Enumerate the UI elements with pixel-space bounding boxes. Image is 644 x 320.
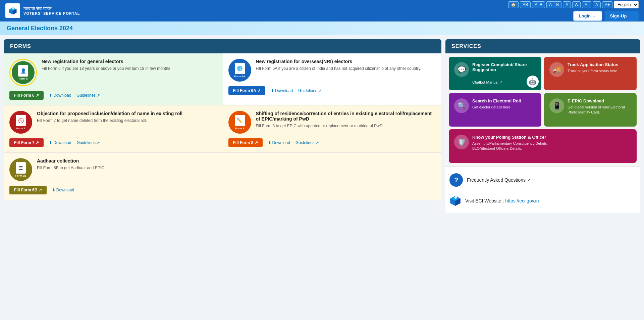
download-form6-button[interactable]: ⬇ Download [49,93,71,98]
form8-card-top: ✏️ Form 8 Shifting of residence/correcti… [228,111,436,134]
header-left: 🗳️ मतदाता सेवा पोर्टल VOTERS' SERVICE PO… [5,3,80,18]
form7-actions: Fill Form 7 ↗ ⬇ Download Guidelines ↗ [9,138,217,147]
fill-form6-button[interactable]: Fill Form 6 ↗ [9,91,44,100]
download-form6a-button[interactable]: ⬇ Download [271,88,293,93]
form7-icon-label: Form 7 [16,127,25,130]
track-desc: Track all your form status here. [568,68,631,74]
polling-title: Know your Polling Station & Officer [472,135,631,140]
header-right: 🏠 AB A_B A__B A A A- A A+ English हिन्दी… [508,1,639,21]
fill-form6b-button[interactable]: Fill Form 6B ↗ [9,186,47,194]
epic-icon: 📱 [549,98,564,113]
download-form8-button[interactable]: ⬇ Download [268,140,290,145]
epic-title: E-EPIC Download [568,98,631,103]
services-section: SERVICES 💬 Register Complaint/ Share Sug… [445,39,640,213]
form8-icon: ✏️ Form 8 [228,111,251,134]
form8-actions: Fill Form 8 ↗ ⬇ Download Guidelines ↗ [228,138,436,147]
form6a-title: New registration for overseas(NRI) elect… [256,59,436,64]
election-banner: General Elections 2024 [0,21,644,35]
form6b-info: Aadhaar collection Fill Form 6B to get A… [37,158,436,171]
form7-desc: Fill Form 7 to get name deleted from the… [37,118,217,124]
logo-icon: 🗳️ [5,3,20,18]
service-epic-download[interactable]: 📱 E-EPIC Download Get digital version of… [544,93,637,127]
form6-card: 👤 Form 6 New registration for general el… [4,53,223,105]
download-form7-button[interactable]: ⬇ Download [49,140,71,145]
title-hindi: मतदाता सेवा पोर्टल [23,6,80,11]
accessibility-bar: 🏠 AB A_B A__B A A A- A A+ English हिन्दी [508,1,639,8]
form6a-desc: Fill Form 6A if you are a citizen of Ind… [256,65,436,72]
faq-section: ? Frequently Asked Questions ↗ 🗳️ Visit … [445,166,640,213]
epic-text: E-EPIC Download Get digital version of y… [568,98,631,115]
service-register-complaint[interactable]: 💬 Register Complaint/ Share Suggestion C… [449,57,541,90]
font-a-btn[interactable]: A [563,1,571,8]
form6b-doc-icon: ☰ [16,162,26,174]
form6b-title: Aadhaar collection [37,158,436,164]
polling-desc2: BLO/Electoral Officers Details. [472,146,631,151]
signup-button[interactable]: Sign-Up 👤 [605,11,639,21]
form6-icon-circle: 👤 Form 6 [12,61,35,84]
forms-section: FORMS 👤 Form 6 New registration for [4,39,441,200]
service-polling-station[interactable]: 🛡️ Know your Polling Station & Officer A… [449,129,637,163]
fill-form7-button[interactable]: Fill Form 7 ↗ [9,138,44,147]
form8-desc: Fill Form 8 to get EPIC with updated or … [256,123,436,129]
form6a-doc-icon: 🌐 [235,63,245,74]
forms-grid: 👤 Form 6 New registration for general el… [4,53,441,152]
font-minus-btn[interactable]: A- [582,1,591,8]
font-normal-btn[interactable]: A [593,1,601,8]
login-button[interactable]: Login → [573,11,602,21]
form8-card: ✏️ Form 8 Shifting of residence/correcti… [223,105,442,152]
fill-form6a-button[interactable]: Fill Form 6A ↗ [228,86,265,95]
complaint-icon: 💬 [454,62,469,77]
download-form6b-button[interactable]: ⬇ Download [52,188,74,192]
form8-icon-label: Form 8 [235,127,244,130]
title-eng: VOTERS' SERVICE PORTAL [23,11,80,15]
service-search-electoral[interactable]: 🔍 Search in Electoral Roll Get elector d… [449,93,541,127]
form6b-desc: Fill Form 6B to get Aadhaar and EPIC. [37,165,436,171]
form7-card-top: 🚫 Form 7 Objection for proposed inclusio… [9,111,217,134]
eci-link[interactable]: https://eci.gov.in [505,198,539,203]
contrast-a--b-btn[interactable]: A__B [546,1,561,8]
search-title: Search in Electoral Roll [472,98,536,103]
form7-title: Objection for proposed inclusion/deletio… [37,111,217,116]
polling-text: Know your Polling Station & Officer Asse… [472,135,631,151]
service-track-application[interactable]: 🚚 Track Application Status Track all you… [544,57,637,90]
form8-info: Shifting of residence/correction of entr… [256,111,436,129]
form6b-card: ☰ Form 6B Aadhaar collection Fill Form 6… [4,152,441,200]
home-btn[interactable]: 🏠 [508,1,519,8]
guidelines-form8-button[interactable]: Guidelines ↗ [296,140,319,145]
form6a-actions: Fill Form 6A ↗ ⬇ Download Guidelines ↗ [228,86,436,95]
faq-label: Frequently Asked Questions ↗ [467,177,531,183]
search-desc: Get elector details here. [472,105,536,110]
form7-info: Objection for proposed inclusion/deletio… [37,111,217,124]
form7-icon: 🚫 Form 7 [9,111,32,134]
language-select[interactable]: English हिन्दी [614,1,639,8]
faq-text[interactable]: Frequently Asked Questions ↗ [467,177,531,183]
banner-text: General Elections 2024 [7,25,73,32]
guidelines-form7-button[interactable]: Guidelines ↗ [76,140,100,145]
form8-title: Shifting of residence/correction of entr… [256,111,436,122]
font-plus-btn[interactable]: A+ [602,1,612,8]
form6-icon-outer: 👤 Form 6 [9,59,37,86]
eci-logo-icon: 🗳️ [449,195,461,206]
form7-doc-icon: 🚫 [16,115,26,126]
track-icon: 🚚 [549,62,564,77]
epic-desc: Get digital version of your Electoral Ph… [568,105,631,115]
form6a-card: 🌐 Form 6A New registration for overseas(… [223,53,442,105]
main-layout: FORMS 👤 Form 6 New registration for [0,35,644,217]
form6-info: New registration for general electors Fi… [42,59,217,72]
contrast-ab-btn[interactable]: AB [520,1,531,8]
polling-icon: 🛡️ [454,135,469,149]
guidelines-form6-button[interactable]: Guidelines ↗ [76,93,100,98]
polling-desc1: Assembly/Parliamentary Constituency Deta… [472,141,631,146]
contrast-a-b-btn[interactable]: A_B [532,1,545,8]
fill-form8-button[interactable]: Fill Form 8 ↗ [228,138,263,147]
guidelines-form6a-button[interactable]: Guidelines ↗ [298,88,322,93]
complaint-title: Register Complaint/ Share Suggestion [472,62,536,72]
form6a-info: New registration for overseas(NRI) elect… [256,59,436,72]
track-title: Track Application Status [568,62,631,67]
search-icon: 🔍 [454,98,469,113]
track-text: Track Application Status Track all your … [568,62,631,74]
font-a-bold-btn[interactable]: A [572,1,581,8]
form8-doc-icon: ✏️ [235,115,245,126]
form6a-icon-label: Form 6A [234,75,245,78]
form6-card-top: 👤 Form 6 New registration for general el… [9,59,217,86]
